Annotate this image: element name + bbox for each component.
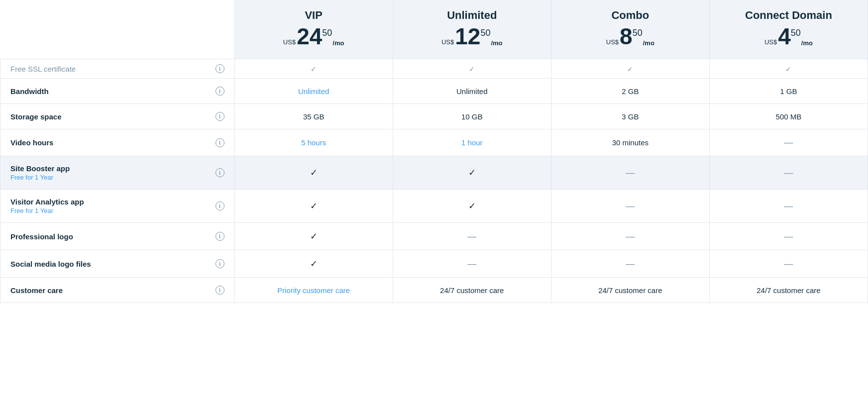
- price-decimal: 50: [322, 28, 332, 38]
- price-decimal: 50: [480, 28, 490, 38]
- price-prefix: US$: [441, 38, 454, 46]
- feature-value-cell: 1 hour: [393, 129, 551, 156]
- plan-price: US$ 4 50 /mo: [716, 25, 862, 48]
- value-text: Unlimited: [456, 87, 488, 96]
- feature-sublabel: Free for 1 Year: [10, 174, 213, 181]
- info-icon[interactable]: i: [216, 138, 224, 147]
- price-mo: /mo: [332, 39, 344, 47]
- feature-value-cell: —: [551, 223, 709, 250]
- feature-row: Professional logo i ✓———: [0, 223, 868, 250]
- check-partial-icon: ✓: [627, 65, 633, 73]
- price-prefix: US$: [606, 38, 619, 46]
- price-mo: /mo: [491, 39, 502, 47]
- feature-value-cell: ✓: [234, 156, 393, 190]
- feature-row: Bandwidth i UnlimitedUnlimited2 GB1 GB: [0, 79, 868, 104]
- price-main: 8: [620, 25, 633, 48]
- value-text: 1 GB: [780, 87, 797, 96]
- feature-value-cell: —: [393, 223, 551, 250]
- feature-label-text: Professional logo: [10, 232, 213, 241]
- feature-value-cell: 30 minutes: [551, 129, 709, 156]
- feature-value-cell: ✓: [393, 156, 551, 190]
- feature-value-cell: ✓: [234, 190, 393, 223]
- price-prefix: US$: [764, 38, 777, 46]
- dash-icon: —: [467, 259, 476, 269]
- info-icon[interactable]: i: [216, 286, 224, 295]
- price-decimal: 50: [633, 28, 643, 38]
- feature-label-text: Storage space: [10, 112, 213, 121]
- feature-value-cell: —: [709, 156, 868, 190]
- feature-label-cell: Storage space i: [0, 104, 235, 129]
- header-row: VIP US$ 24 50 /mo Unlimited US$ 12 50 /m…: [0, 0, 868, 59]
- feature-value-cell: 1 GB: [709, 79, 868, 104]
- value-text: 24/7 customer care: [598, 286, 662, 295]
- feature-value-cell: ✓: [393, 190, 551, 223]
- value-text: 30 minutes: [612, 138, 649, 147]
- plan-name: Connect Domain: [716, 9, 862, 22]
- info-icon[interactable]: i: [216, 64, 224, 73]
- feature-value-cell: ✓: [234, 59, 393, 79]
- value-text: 10 GB: [461, 112, 483, 121]
- value-text: 2 GB: [622, 87, 639, 96]
- feature-label-text: Site Booster appFree for 1 Year: [10, 164, 213, 181]
- info-icon[interactable]: i: [216, 112, 224, 121]
- feature-label-cell: Bandwidth i: [0, 79, 235, 104]
- check-icon: ✓: [310, 168, 318, 178]
- check-icon: ✓: [468, 168, 476, 178]
- check-icon: ✓: [310, 231, 318, 241]
- feature-value-cell: ✓: [234, 250, 393, 278]
- feature-value-cell: 24/7 customer care: [709, 278, 868, 303]
- check-partial-icon: ✓: [469, 65, 475, 73]
- dash-icon: —: [626, 201, 635, 211]
- check-icon: ✓: [310, 259, 318, 269]
- feature-label-cell: Social media logo files i: [0, 250, 235, 278]
- feature-value-cell: ✓: [234, 223, 393, 250]
- info-icon[interactable]: i: [216, 259, 224, 268]
- plan-name: VIP: [241, 9, 387, 22]
- feature-value-cell: Unlimited: [234, 79, 393, 104]
- plan-price: US$ 24 50 /mo: [241, 25, 387, 48]
- feature-value-cell: 5 hours: [234, 129, 393, 156]
- info-icon[interactable]: i: [216, 202, 224, 210]
- dash-icon: —: [784, 168, 793, 178]
- feature-row: Social media logo files i ✓———: [0, 250, 868, 278]
- price-decimal: 50: [791, 28, 801, 38]
- feature-value-cell: ✓: [709, 59, 868, 79]
- pricing-table: VIP US$ 24 50 /mo Unlimited US$ 12 50 /m…: [0, 0, 868, 303]
- dash-icon: —: [626, 259, 635, 269]
- plan-header-unlimited: Unlimited US$ 12 50 /mo: [393, 0, 551, 59]
- feature-sublabel: Free for 1 Year: [10, 207, 213, 214]
- plan-name: Combo: [557, 9, 703, 22]
- value-text: Unlimited: [298, 87, 329, 96]
- info-icon[interactable]: i: [216, 168, 224, 177]
- feature-row: Free SSL certificate i ✓✓✓✓: [0, 59, 868, 79]
- value-text: 1 hour: [461, 138, 483, 147]
- plan-price: US$ 8 50 /mo: [557, 25, 703, 48]
- feature-row: Visitor Analytics appFree for 1 Year i ✓…: [0, 190, 868, 223]
- feature-header-cell: [0, 0, 235, 59]
- feature-label-text: Customer care: [10, 286, 213, 295]
- info-icon[interactable]: i: [216, 232, 224, 241]
- feature-value-cell: Unlimited: [393, 79, 551, 104]
- feature-value-cell: 10 GB: [393, 104, 551, 129]
- value-text: 24/7 customer care: [757, 286, 820, 295]
- feature-label-text: Social media logo files: [10, 260, 213, 268]
- dash-icon: —: [626, 231, 635, 241]
- plan-header-vip: VIP US$ 24 50 /mo: [234, 0, 393, 59]
- feature-value-cell: 500 MB: [709, 104, 868, 129]
- value-text: Priority customer care: [277, 286, 350, 295]
- value-text: 3 GB: [622, 112, 639, 121]
- feature-value-cell: —: [551, 156, 709, 190]
- price-prefix: US$: [283, 38, 296, 46]
- dash-icon: —: [626, 168, 635, 178]
- info-icon[interactable]: i: [216, 87, 224, 96]
- price-main: 24: [297, 25, 322, 48]
- price-mo: /mo: [801, 39, 813, 47]
- feature-label-cell: Customer care i: [0, 278, 235, 303]
- feature-value-cell: —: [551, 190, 709, 223]
- plan-header-connect-domain: Connect Domain US$ 4 50 /mo: [709, 0, 868, 59]
- feature-value-cell: Priority customer care: [234, 278, 393, 303]
- check-partial-icon: ✓: [311, 65, 317, 73]
- feature-value-cell: —: [709, 250, 868, 278]
- value-text: 5 hours: [301, 138, 326, 147]
- feature-value-cell: —: [393, 250, 551, 278]
